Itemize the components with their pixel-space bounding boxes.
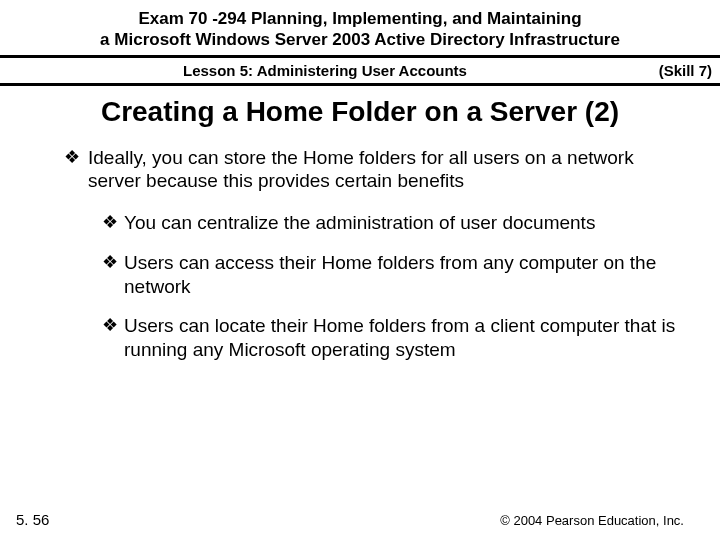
bullet-sub: ❖ You can centralize the administration …	[102, 211, 680, 235]
subheader-bar: Lesson 5: Administering User Accounts (S…	[0, 58, 720, 86]
diamond-bullet-icon: ❖	[102, 251, 124, 299]
exam-header: Exam 70 -294 Planning, Implementing, and…	[0, 0, 720, 58]
diamond-bullet-icon: ❖	[64, 146, 88, 194]
page-number: 5. 56	[16, 511, 49, 528]
diamond-bullet-icon: ❖	[102, 314, 124, 362]
bullet-main: ❖ Ideally, you can store the Home folder…	[64, 146, 680, 194]
bullet-sub: ❖ Users can access their Home folders fr…	[102, 251, 680, 299]
copyright-text: © 2004 Pearson Education, Inc.	[500, 513, 684, 528]
bullet-sub: ❖ Users can locate their Home folders fr…	[102, 314, 680, 362]
skill-label: (Skill 7)	[642, 62, 712, 79]
bullet-sub-text: You can centralize the administration of…	[124, 211, 595, 235]
lesson-title: Lesson 5: Administering User Accounts	[8, 62, 642, 79]
footer: 5. 56 © 2004 Pearson Education, Inc.	[0, 511, 720, 528]
sub-bullet-list: ❖ You can centralize the administration …	[64, 211, 680, 362]
slide-title: Creating a Home Folder on a Server (2)	[0, 86, 720, 146]
diamond-bullet-icon: ❖	[102, 211, 124, 235]
bullet-sub-text: Users can locate their Home folders from…	[124, 314, 680, 362]
bullet-main-text: Ideally, you can store the Home folders …	[88, 146, 680, 194]
exam-line1: Exam 70 -294 Planning, Implementing, and…	[30, 8, 690, 29]
content-area: ❖ Ideally, you can store the Home folder…	[0, 146, 720, 362]
exam-line2: a Microsoft Windows Server 2003 Active D…	[30, 29, 690, 50]
bullet-sub-text: Users can access their Home folders from…	[124, 251, 680, 299]
